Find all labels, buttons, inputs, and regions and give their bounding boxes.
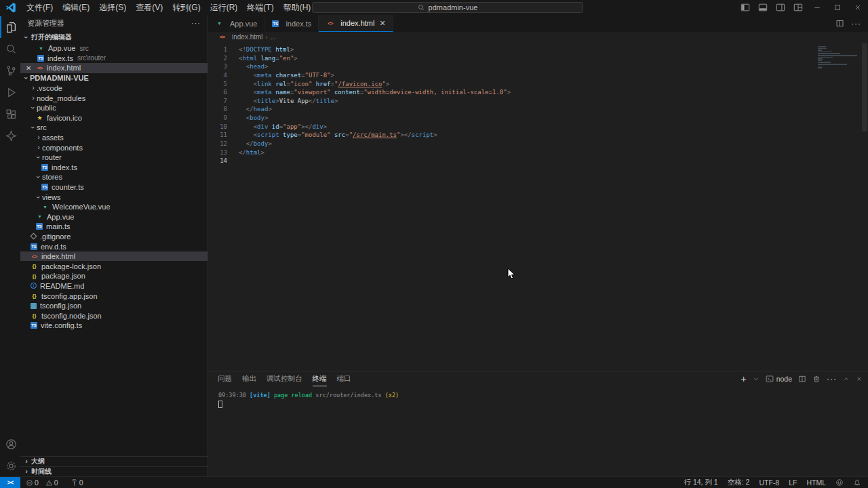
timeline-section[interactable]: ›时间线: [20, 466, 208, 476]
tree-root-row[interactable]: › PDMADMIN-VUE: [20, 73, 208, 83]
tree-item-favicon.ico[interactable]: ★favicon.ico: [20, 113, 208, 123]
tab-index.ts[interactable]: TSindex.ts: [264, 15, 319, 32]
tree-item-tsconfig.app.json[interactable]: {}tsconfig.app.json: [20, 291, 208, 301]
customize-layout-icon[interactable]: [789, 0, 807, 15]
cursor-position[interactable]: 行 14, 列 1: [684, 478, 718, 487]
eol[interactable]: LF: [789, 479, 797, 487]
tree-item-node_modules[interactable]: ›node_modules: [20, 93, 208, 103]
new-terminal-icon[interactable]: +: [741, 373, 746, 384]
panel-tab-端口[interactable]: 端口: [337, 371, 351, 386]
encoding[interactable]: UTF-8: [759, 479, 779, 487]
open-editor-App.vue[interactable]: ▼App.vuesrc: [20, 43, 208, 54]
vue-extension-icon[interactable]: [0, 125, 20, 146]
tree-item-tsconfig.json[interactable]: tsconfig.json: [20, 301, 208, 311]
tree-item-views[interactable]: ›views: [20, 192, 208, 202]
tree-item-counter.ts[interactable]: TScounter.ts: [20, 182, 208, 192]
minimap-line: [818, 55, 857, 56]
minimize-icon[interactable]: [807, 0, 827, 15]
menu-item-2[interactable]: 选择(S): [94, 2, 131, 14]
tree-item-index.html[interactable]: <>index.html: [20, 251, 208, 262]
folder-label: .vscode: [37, 84, 62, 92]
tree-item-index.ts[interactable]: TSindex.ts: [20, 163, 208, 173]
forward-icon[interactable]: →: [298, 3, 307, 12]
code-editor[interactable]: 1<!DOCTYPE html>2<html lang="en">3 <head…: [208, 42, 868, 371]
menu-item-6[interactable]: 终端(T): [242, 2, 278, 14]
maximize-panel-icon[interactable]: [843, 375, 850, 382]
minimap[interactable]: [818, 46, 857, 69]
close-editor-icon[interactable]: ✕: [26, 64, 35, 72]
breadcrumb-rest[interactable]: ...: [271, 33, 276, 41]
tree-item-vite.config.ts[interactable]: TSvite.config.ts: [20, 321, 208, 331]
toggle-panel-icon[interactable]: [754, 0, 772, 15]
tree-item-src[interactable]: ›src: [20, 123, 208, 133]
source-control-icon[interactable]: [0, 60, 20, 81]
editor-scrollbar[interactable]: [861, 42, 868, 371]
menu-item-1[interactable]: 编辑(E): [58, 2, 94, 14]
menu-item-0[interactable]: 文件(F): [22, 2, 58, 14]
sidebar-more-actions-icon[interactable]: ···: [191, 19, 201, 27]
open-editors-header[interactable]: › 打开的编辑器: [20, 31, 208, 43]
terminal-instance[interactable]: node: [766, 375, 792, 383]
notifications-bell-icon[interactable]: [853, 479, 861, 487]
tree-item-env.d.ts[interactable]: TSenv.d.ts: [20, 241, 208, 251]
terminal[interactable]: 09:39:30 [vite] page reload src/router/i…: [208, 386, 868, 408]
extensions-icon[interactable]: [0, 103, 20, 125]
panel-tab-终端[interactable]: 终端: [313, 371, 327, 386]
tree-item-.vscode[interactable]: ›.vscode: [20, 83, 208, 94]
back-icon[interactable]: ←: [285, 3, 293, 12]
breadcrumb[interactable]: <> index.html › ...: [208, 32, 868, 42]
status-extension-icon[interactable]: [835, 479, 844, 487]
tree-item-package-lock.json[interactable]: {}package-lock.json: [20, 261, 208, 271]
indentation[interactable]: 空格: 2: [728, 478, 750, 487]
tree-item-package.json[interactable]: {}package.json: [20, 271, 208, 281]
tree-item-README.md[interactable]: iREADME.md: [20, 281, 208, 291]
more-actions-icon[interactable]: ···: [851, 19, 861, 28]
remote-indicator[interactable]: ><: [0, 477, 20, 488]
menu-item-5[interactable]: 运行(R): [205, 2, 243, 14]
maximize-icon[interactable]: [827, 0, 848, 15]
tree-item-App.vue[interactable]: ▼App.vue: [20, 212, 208, 222]
search-sidebar-icon[interactable]: [0, 38, 20, 60]
kill-terminal-icon[interactable]: [812, 375, 821, 383]
tree-item-tsconfig.node.json[interactable]: {}tsconfig.node.json: [20, 310, 208, 321]
account-icon[interactable]: [0, 433, 20, 455]
tab-index.html[interactable]: <>index.html✕: [319, 15, 393, 32]
tree-item-public[interactable]: ›public: [20, 103, 208, 113]
problems-status[interactable]: 0 0 0: [20, 479, 87, 487]
file-label: WelcomeVue.vue: [52, 203, 111, 211]
terminal-dropdown-icon[interactable]: [753, 375, 760, 382]
tree-item-.gitignore[interactable]: .gitignore: [20, 232, 208, 242]
panel-more-icon[interactable]: ···: [827, 374, 837, 384]
close-tab-icon[interactable]: ✕: [379, 19, 385, 28]
tree-item-components[interactable]: ›components: [20, 142, 208, 152]
code-text: <link rel="icon" href="/favicon.ico">: [227, 80, 389, 89]
tree-item-main.ts[interactable]: TSmain.ts: [20, 222, 208, 232]
run-debug-icon[interactable]: [0, 81, 20, 103]
split-terminal-icon[interactable]: [798, 375, 806, 383]
panel-tab-输出[interactable]: 输出: [242, 371, 256, 386]
menu-item-4[interactable]: 转到(G): [167, 2, 205, 14]
tree-item-assets[interactable]: ›assets: [20, 133, 208, 143]
outline-section[interactable]: ›大纲: [20, 456, 208, 466]
panel-tab-问题[interactable]: 问题: [218, 371, 232, 386]
breadcrumb-file[interactable]: index.html: [232, 33, 263, 41]
settings-gear-icon[interactable]: [0, 455, 20, 476]
scrollbar-slider[interactable]: [862, 43, 867, 131]
file-tree: ›.vscode›node_modules›public★favicon.ico…: [20, 83, 208, 331]
tree-item-router[interactable]: ›router: [20, 152, 208, 163]
tree-item-stores[interactable]: ›stores: [20, 172, 208, 182]
tab-App.vue[interactable]: ▼App.vue: [208, 15, 264, 32]
language-mode[interactable]: HTML: [806, 479, 826, 487]
explorer-icon[interactable]: [0, 16, 20, 38]
close-window-icon[interactable]: [848, 0, 868, 15]
open-editor-index.ts[interactable]: TSindex.tssrc\router: [20, 54, 208, 64]
toggle-sidebar-icon[interactable]: [736, 0, 754, 15]
toggle-secondary-sidebar-icon[interactable]: [772, 0, 789, 15]
open-editor-index.html[interactable]: ✕<>index.html: [20, 63, 208, 73]
menu-item-3[interactable]: 查看(V): [131, 2, 167, 14]
tree-item-WelcomeVue.vue[interactable]: ▼WelcomeVue.vue: [20, 202, 208, 212]
split-editor-icon[interactable]: [835, 19, 844, 28]
close-panel-icon[interactable]: [856, 375, 863, 382]
panel-tab-调试控制台[interactable]: 调试控制台: [267, 371, 302, 386]
search-box[interactable]: pdmadmin-vue: [312, 2, 583, 13]
